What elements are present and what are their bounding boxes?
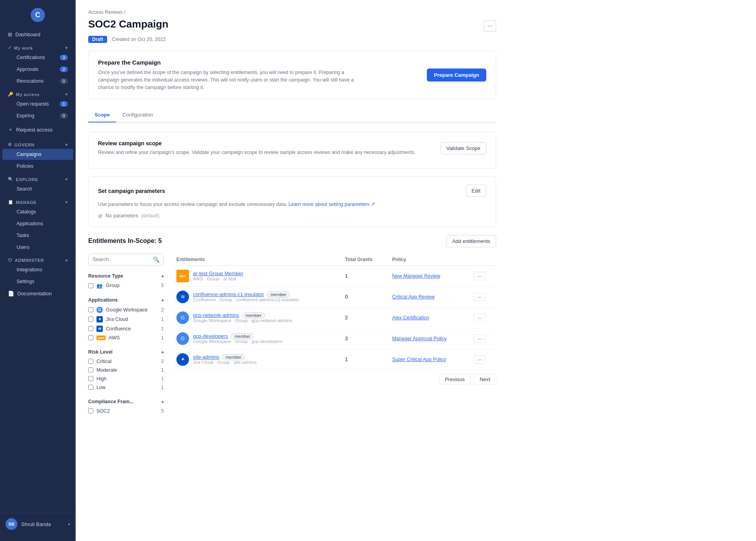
filter-search-box[interactable]: 🔍	[88, 254, 164, 265]
filter-group-risk-level-header[interactable]: Risk Level ▴	[88, 347, 164, 357]
filter-item-group[interactable]: 👥 Group 5	[88, 281, 164, 290]
row-more-button[interactable]: ···	[474, 313, 485, 322]
filter-checkbox-soc2[interactable]	[88, 408, 93, 413]
filter-item-jira-cloud[interactable]: ✦ Jira Cloud 1	[88, 315, 164, 324]
policy-link[interactable]: New Manager Review	[392, 273, 440, 279]
prepare-campaign-button[interactable]: Prepare Campaign	[427, 69, 486, 82]
filter-search-input[interactable]	[93, 256, 150, 262]
entitlement-meta: AWS · Group · ar-test	[193, 276, 243, 281]
sidebar-item-search[interactable]: Search	[2, 183, 73, 195]
sidebar-item-applications[interactable]: Applications	[2, 218, 73, 229]
filter-item-google-workspace[interactable]: G Google Workspace 2	[88, 305, 164, 315]
filter-item-high[interactable]: High 1	[88, 374, 164, 383]
filter-checkbox-google-workspace[interactable]	[88, 307, 93, 312]
sidebar-item-approvals[interactable]: Approvals 2	[2, 64, 73, 75]
filter-item-moderate[interactable]: Moderate 1	[88, 366, 164, 374]
tab-configuration[interactable]: Configuration	[116, 109, 159, 122]
filter-group-compliance-header[interactable]: Compliance Fram... ▴	[88, 396, 164, 407]
edit-parameters-button[interactable]: Edit	[466, 185, 486, 197]
filter-count-confluence: 1	[161, 326, 164, 332]
filter-item-label: Group	[106, 283, 120, 288]
entitlements-title: Entitlements In-Scope: 5	[88, 237, 162, 245]
confluence-icon: ≋	[96, 326, 103, 332]
filter-item-soc2[interactable]: SOC2 5	[88, 407, 164, 415]
sidebar-item-expiring[interactable]: Expiring 0	[2, 110, 73, 121]
prepare-campaign-card: Prepare the Campaign Once you've defined…	[88, 51, 496, 99]
sidebar-item-integrations[interactable]: Integrations	[2, 264, 73, 275]
sidebar-group-my-work[interactable]: ✓ My work ▾	[2, 43, 73, 52]
row-more-button[interactable]: ···	[474, 293, 485, 301]
entitlement-name[interactable]: gcp-developers	[193, 333, 228, 339]
filter-checkbox-critical[interactable]	[88, 359, 93, 364]
filter-item-low[interactable]: Low 1	[88, 383, 164, 392]
filter-item-aws[interactable]: aws AWS 1	[88, 333, 164, 342]
sidebar-group-govern[interactable]: ⚙ GOVERN ▾	[2, 140, 73, 148]
chevron-up-icon-resource: ▴	[161, 273, 164, 278]
sidebar-item-certifications[interactable]: Certifications 3	[2, 52, 73, 63]
row-more-button[interactable]: ···	[474, 272, 485, 280]
filter-checkbox-moderate[interactable]	[88, 367, 93, 372]
sidebar-item-catalogs[interactable]: Catalogs	[2, 206, 73, 217]
my-access-icon: 🔑	[8, 92, 14, 97]
entitlement-name[interactable]: confluence-admins-c1-insulator	[193, 291, 264, 297]
sidebar-item-documentation[interactable]: 📄 Documentation	[2, 288, 73, 299]
policy-link[interactable]: Alex Certification	[392, 315, 429, 321]
sidebar-item-settings[interactable]: Settings	[2, 276, 73, 287]
breadcrumb-parent[interactable]: Access Reviews	[88, 9, 122, 15]
sidebar-item-dashboard[interactable]: ⊞ Dashboard	[2, 29, 73, 40]
chevron-down-icon-3: ▾	[65, 143, 68, 147]
filter-count-critical: 2	[161, 359, 164, 364]
row-more-button[interactable]: ···	[474, 355, 485, 364]
parameters-section-header: Set campaign parameters Edit	[98, 185, 486, 197]
policy-link[interactable]: Super Critical App Policy	[392, 357, 446, 362]
open-requests-badge: 1	[60, 101, 68, 107]
chevron-up-icon-apps: ▴	[161, 297, 164, 302]
sidebar-item-revocations[interactable]: Revocations 0	[2, 76, 73, 87]
jira-icon: ✦	[96, 316, 103, 322]
policy-link[interactable]: Critical App Review	[392, 294, 435, 300]
sidebar-item-open-requests[interactable]: Open requests 1	[2, 98, 73, 109]
previous-button[interactable]: Previous	[439, 374, 471, 385]
tab-scope[interactable]: Scope	[88, 109, 116, 122]
filter-item-label: Jira Cloud	[106, 317, 128, 322]
validate-scope-button[interactable]: Validate Scope	[441, 142, 487, 154]
sidebar-item-campaigns[interactable]: Campaigns	[2, 149, 73, 160]
filter-group-resource-type-header[interactable]: Resource Type ▴	[88, 271, 164, 281]
sidebar-group-explore[interactable]: 🔍 EXPLORE ▾	[2, 174, 73, 183]
entitlement-cell: ✦ site-admins member Jira Cloud · Group …	[172, 349, 340, 370]
filter-item-confluence[interactable]: ≋ Confluence 1	[88, 324, 164, 333]
filter-item-count: 5	[161, 283, 164, 288]
user-profile[interactable]: SB Shruti Banda ▾	[0, 513, 76, 535]
filter-item-label: Low	[96, 385, 106, 390]
chevron-down-icon-6: ▾	[65, 258, 68, 263]
page-more-button[interactable]: ···	[484, 20, 496, 31]
sidebar-item-tasks[interactable]: Tasks	[2, 230, 73, 241]
filter-checkbox-jira[interactable]	[88, 317, 93, 322]
next-button[interactable]: Next	[474, 374, 496, 385]
filter-item-critical[interactable]: Critical 2	[88, 357, 164, 366]
filter-checkbox-low[interactable]	[88, 385, 93, 390]
filter-checkbox-group[interactable]	[88, 283, 93, 288]
sidebar-group-my-access[interactable]: 🔑 My access ▾	[2, 89, 73, 98]
learn-more-link[interactable]: Learn more about setting parameters ↗	[289, 202, 375, 207]
filter-checkbox-confluence[interactable]	[88, 326, 93, 331]
filter-checkbox-high[interactable]	[88, 376, 93, 381]
sidebar-group-manage[interactable]: 📋 MANAGE ▾	[2, 197, 73, 206]
policy-link[interactable]: Manager Approval Policy	[392, 336, 447, 341]
entitlement-name[interactable]: gcp-network-admins	[193, 312, 239, 318]
entitlement-name[interactable]: ar-test Group Member	[193, 270, 243, 276]
expiring-badge: 0	[60, 113, 68, 119]
chevron-down-icon-2: ▾	[65, 92, 68, 96]
row-more-button[interactable]: ···	[474, 334, 485, 343]
chevron-up-icon-risk: ▴	[161, 349, 164, 354]
filter-group-applications-header[interactable]: Applications ▴	[88, 295, 164, 305]
sidebar-group-administer[interactable]: 🛡 ADMINISTER ▾	[2, 256, 73, 264]
col-total-grants: Total Grants	[340, 254, 387, 266]
add-entitlements-button[interactable]: Add entitlements	[446, 235, 496, 247]
sidebar-item-policies[interactable]: Policies	[2, 161, 73, 172]
sidebar-item-users[interactable]: Users	[2, 242, 73, 253]
request-access-button[interactable]: ＋ Request access	[2, 123, 73, 136]
user-name: Shruti Banda	[21, 521, 51, 527]
entitlement-name[interactable]: site-admins	[193, 354, 219, 360]
filter-checkbox-aws[interactable]	[88, 335, 93, 340]
